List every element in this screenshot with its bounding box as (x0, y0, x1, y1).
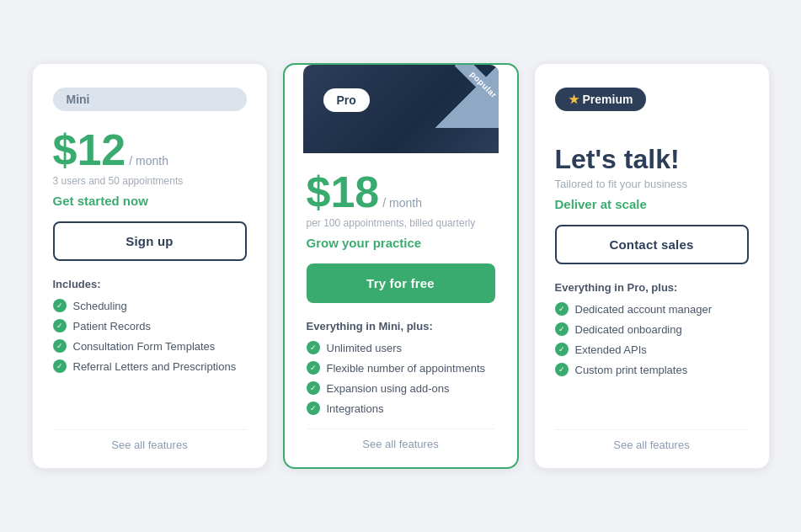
pro-includes-label: Everything in Mini, plus: (307, 320, 495, 332)
check-icon: ✓ (307, 361, 320, 375)
mini-desc: 3 users and 50 appointments (53, 175, 247, 187)
popular-badge: popular (435, 65, 499, 128)
list-item: ✓ Consultation Form Templates (53, 339, 247, 353)
feature-text: Extended APIs (575, 343, 647, 356)
list-item: ✓ Scheduling (53, 299, 247, 312)
list-item: ✓ Patient Records (53, 319, 247, 332)
premium-see-all[interactable]: See all features (555, 429, 749, 451)
pro-price-row: $18 / month (307, 170, 495, 214)
premium-tagline: Deliver at scale (555, 197, 749, 211)
check-icon: ✓ (307, 341, 320, 354)
mini-tagline: Get started now (53, 194, 247, 208)
premium-badge: ★Premium (555, 88, 647, 111)
feature-text: Scheduling (73, 300, 127, 312)
pro-feature-list: ✓ Unlimited users ✓ Flexible number of a… (307, 341, 495, 415)
feature-text: Dedicated onboarding (575, 323, 682, 336)
pro-content: $18 / month per 100 appointments, billed… (305, 170, 497, 450)
check-icon: ✓ (53, 359, 67, 373)
pro-cta-button[interactable]: Try for free (307, 263, 495, 303)
pro-price: $18 (307, 170, 380, 214)
premium-cta-button[interactable]: Contact sales (555, 225, 749, 264)
premium-desc: Tailored to fit your business (555, 178, 749, 190)
check-icon: ✓ (555, 302, 569, 316)
list-item: ✓ Dedicated onboarding (555, 322, 749, 336)
check-icon: ✓ (53, 319, 67, 332)
feature-text: Custom print templates (575, 364, 688, 376)
feature-text: Expansion using add-ons (327, 382, 450, 395)
premium-feature-list: ✓ Dedicated account manager ✓ Dedicated … (555, 302, 749, 416)
feature-text: Integrations (327, 402, 384, 415)
list-item: ✓ Custom print templates (555, 363, 749, 376)
mini-badge: Mini (53, 88, 247, 111)
check-icon: ✓ (555, 343, 569, 356)
list-item: ✓ Expansion using add-ons (307, 381, 495, 395)
feature-text: Unlimited users (327, 342, 403, 354)
premium-badge-wrapper: ★Premium (555, 88, 749, 128)
check-icon: ✓ (307, 402, 320, 415)
mini-feature-list: ✓ Scheduling ✓ Patient Records ✓ Consult… (53, 299, 247, 416)
pro-desc: per 100 appointments, billed quarterly (307, 217, 495, 229)
mini-price: $12 (53, 128, 126, 172)
mini-cta-button[interactable]: Sign up (53, 221, 247, 261)
popular-label: popular (455, 65, 498, 114)
list-item: ✓ Extended APIs (555, 343, 749, 356)
premium-includes-label: Everything in Pro, plus: (555, 281, 749, 294)
feature-text: Flexible number of appointments (327, 362, 486, 375)
list-item: ✓ Flexible number of appointments (307, 361, 495, 375)
check-icon: ✓ (555, 363, 569, 376)
list-item: ✓ Referral Letters and Prescriptions (53, 359, 247, 373)
pro-header: Pro popular (303, 65, 499, 153)
mini-includes-label: Includes: (53, 278, 247, 290)
check-icon: ✓ (307, 381, 320, 395)
pro-badge: Pro (323, 88, 370, 112)
list-item: ✓ Unlimited users (307, 341, 495, 354)
star-icon: ★ (569, 93, 579, 106)
pro-see-all[interactable]: See all features (307, 428, 495, 450)
list-item: ✓ Integrations (307, 402, 495, 415)
pricing-section: Mini $12 / month 3 users and 50 appointm… (7, 38, 795, 494)
mini-period: / month (129, 154, 168, 168)
mini-card: Mini $12 / month 3 users and 50 appointm… (32, 63, 268, 469)
premium-card: ★Premium Let's talk! Tailored to fit you… (534, 63, 770, 469)
pro-tagline: Grow your practice (307, 236, 495, 250)
feature-text: Consultation Form Templates (73, 340, 216, 353)
check-icon: ✓ (53, 299, 67, 312)
check-icon: ✓ (53, 339, 67, 353)
feature-text: Referral Letters and Prescriptions (73, 360, 237, 373)
pro-period: / month (382, 196, 422, 210)
premium-badge-text: Premium (583, 93, 633, 106)
list-item: ✓ Dedicated account manager (555, 302, 749, 316)
pro-card: Pro popular $18 / month per 100 appointm… (283, 63, 519, 469)
feature-text: Dedicated account manager (575, 303, 713, 316)
feature-text: Patient Records (73, 320, 152, 332)
mini-price-row: $12 / month (53, 128, 247, 172)
mini-see-all[interactable]: See all features (53, 429, 247, 451)
premium-price-text: Let's talk! (555, 145, 749, 174)
check-icon: ✓ (555, 322, 569, 336)
